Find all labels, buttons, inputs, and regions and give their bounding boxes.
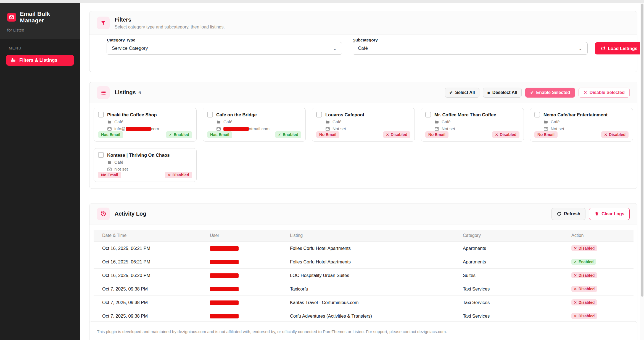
listing-checkbox[interactable]	[316, 112, 322, 117]
envelope-icon	[216, 127, 221, 131]
listing-category-row: Café	[107, 119, 192, 124]
main-content: Filters Select category type and subcate…	[80, 3, 644, 340]
listing-checkbox[interactable]	[534, 112, 540, 117]
category-type-value: Service Category	[112, 46, 148, 51]
listing-card: Cafe on the Bridge Café otmail.com Has E…	[203, 108, 306, 142]
listing-name: Cafe on the Bridge	[216, 112, 257, 117]
x-icon: ✕	[168, 173, 171, 177]
listing-email: Not set	[442, 126, 455, 131]
x-icon: ✕	[604, 133, 607, 137]
sidebar-item-filters-listings[interactable]: Filters & Listings	[6, 55, 74, 66]
refresh-icon	[557, 211, 561, 216]
refresh-logs-button[interactable]: Refresh	[551, 208, 586, 220]
subcategory-label: Subcategory	[353, 38, 378, 42]
listing-card: Louvros Cafepool Café Not set No Email ✕…	[312, 108, 415, 142]
action-badge: ✕Disabled	[571, 313, 597, 319]
menu-section-label: MENU	[9, 46, 74, 50]
listings-grid: Pinaki the Coffee Shop Café info@com Has…	[89, 103, 637, 187]
listing-checkbox[interactable]	[425, 112, 431, 117]
category-type-label: Category Type	[107, 38, 135, 42]
x-icon: ✕	[386, 133, 389, 137]
activity-table: Date & TimeUserListingCategoryAction Oct…	[94, 230, 634, 324]
folder-icon	[325, 120, 330, 124]
listing-name: Pinaki the Coffee Shop	[107, 112, 157, 117]
redacted-user	[210, 314, 239, 318]
email-status-badge: No Email	[534, 131, 558, 138]
action-badge: ✕Disabled	[571, 245, 597, 251]
listing-category: Café	[114, 119, 123, 124]
subcategory-select[interactable]: Café ⌄	[353, 42, 588, 55]
app-title: Email Bulk Manager	[20, 11, 73, 24]
listings-header: Listings 6 ✔ Select All ■ Deselect All ✔…	[89, 82, 637, 103]
listing-category-row: Café	[325, 119, 410, 124]
redacted-user	[210, 287, 239, 291]
x-icon: ✕	[574, 314, 577, 318]
history-icon	[101, 211, 106, 217]
listing-email: otmail.com	[223, 126, 270, 131]
listing-name: Nemo Cafe/bar Entertainment	[543, 112, 608, 117]
folder-icon	[107, 120, 112, 124]
category-type-select[interactable]: Service Category ⌄	[107, 42, 342, 55]
activity-table-body: Oct 16, 2025, 06:21 PMFolies Corfu Hotel…	[94, 242, 634, 324]
sidebar: Email Bulk Manager for Listeo MENU Filte…	[0, 3, 80, 340]
listing-checkbox[interactable]	[98, 112, 104, 117]
redacted-user	[210, 260, 239, 264]
listing-email-row: Not set	[325, 126, 410, 131]
select-all-button[interactable]: ✔ Select All	[445, 88, 479, 98]
column-header: Listing	[290, 230, 463, 242]
listing-email: Not set	[551, 126, 564, 131]
x-icon: ✕	[574, 273, 577, 278]
enabled-status-badge: ✕Disabled	[165, 172, 192, 178]
list-icon-tile	[97, 86, 110, 99]
filter-icon-tile	[97, 17, 110, 29]
clear-logs-button[interactable]: Clear Logs	[589, 208, 630, 220]
listing-category-row: Café	[434, 119, 519, 124]
sidebar-header: Email Bulk Manager for Listeo	[0, 3, 80, 39]
load-listings-button[interactable]: Load Listings	[595, 42, 643, 54]
listing-checkbox[interactable]	[207, 112, 213, 117]
column-header: Category	[463, 230, 571, 242]
folder-icon	[107, 160, 112, 165]
action-badge: ✕Disabled	[571, 286, 597, 292]
check-icon: ✓	[278, 133, 281, 137]
listings-panel: Listings 6 ✔ Select All ■ Deselect All ✔…	[89, 82, 637, 189]
table-row: Oct 16, 2025, 06:21 PMFolies Corfu Hotel…	[94, 242, 634, 255]
table-row: Oct 16, 2025, 06:20 PMLOC Hospitality Ur…	[94, 269, 634, 282]
disable-selected-button[interactable]: ✕ Disable Selected	[579, 88, 630, 98]
history-icon-tile	[97, 208, 110, 220]
refresh-icon	[601, 46, 605, 51]
envelope-icon	[107, 167, 112, 172]
scrollbar-thumb[interactable]	[641, 4, 643, 297]
subcategory-value: Café	[358, 46, 368, 51]
enabled-status-badge: ✓Enabled	[275, 131, 301, 138]
listing-category: Café	[114, 160, 123, 165]
check-icon: ✓	[169, 133, 172, 137]
activity-header: Activity Log Refresh	[89, 203, 637, 224]
listing-checkbox[interactable]	[98, 152, 104, 158]
table-header-row: Date & TimeUserListingCategoryAction	[94, 230, 634, 242]
filters-subtitle: Select category type and subcategory, th…	[115, 25, 225, 30]
listing-email: info@com	[114, 126, 159, 131]
listing-card: Mr. Coffee More Than Coffee Café Not set…	[421, 108, 524, 142]
listing-email-row: Not set	[434, 126, 519, 131]
enable-selected-button[interactable]: ✔ Enable Selected	[525, 88, 575, 98]
email-status-badge: No Email	[316, 131, 339, 138]
listings-title: Listings 6	[115, 89, 141, 96]
email-status-badge: Has Email	[98, 131, 123, 138]
folder-icon	[434, 120, 439, 124]
column-header: User	[210, 230, 290, 242]
listing-category: Café	[442, 119, 451, 124]
sidebar-menu: MENU Filters & Listings	[0, 39, 80, 73]
listing-email: Not set	[114, 167, 128, 172]
listing-category-row: Café	[543, 119, 629, 124]
x-icon: ✕	[584, 90, 587, 95]
redacted-user	[210, 273, 239, 278]
listing-card: Kontesa | Thriving On Chaos Café Not set…	[94, 148, 197, 182]
table-row: Oct 7, 2025, 09:38 PMCorfu Adventures (A…	[94, 309, 634, 323]
deselect-all-button[interactable]: ■ Deselect All	[483, 88, 522, 98]
redacted-email	[223, 127, 249, 131]
footer-text: This plugin is developed and maintained …	[89, 321, 637, 340]
redacted-email	[126, 127, 151, 131]
square-icon: ■	[487, 90, 490, 95]
sidebar-item-label: Filters & Listings	[19, 57, 57, 63]
